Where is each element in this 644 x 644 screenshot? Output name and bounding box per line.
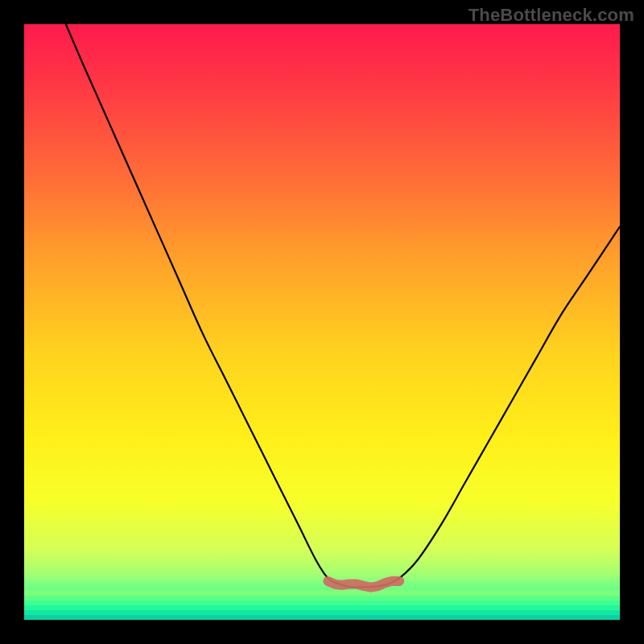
plot-svg <box>24 24 620 620</box>
chart-frame: TheBottleneck.com <box>0 0 644 644</box>
watermark-text: TheBottleneck.com <box>469 5 634 26</box>
green-band <box>24 610 620 615</box>
valley-marker <box>328 581 399 588</box>
green-band-group <box>24 590 620 620</box>
plot-area <box>24 24 620 620</box>
green-band <box>24 615 620 620</box>
gradient-background <box>24 24 620 620</box>
green-band <box>24 596 620 601</box>
green-band <box>24 605 620 610</box>
green-band <box>24 601 620 605</box>
green-band <box>24 590 620 596</box>
